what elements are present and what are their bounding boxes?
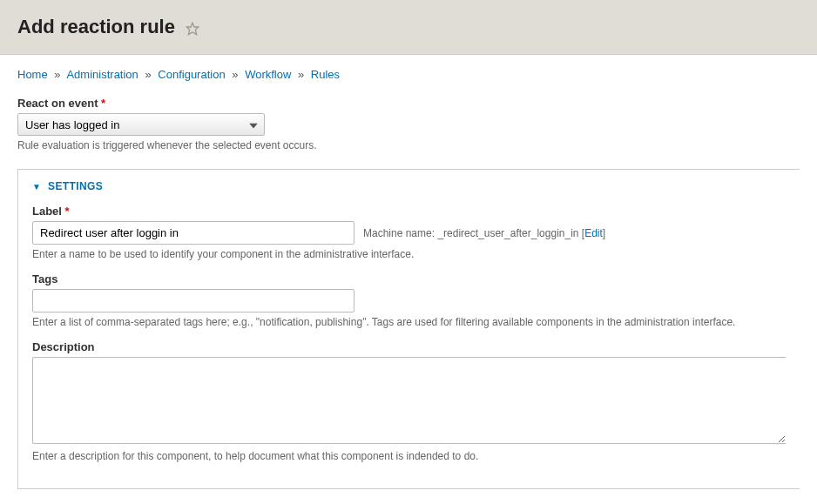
tags-input[interactable] bbox=[32, 289, 354, 312]
description-help: Enter a description for this component, … bbox=[32, 450, 786, 462]
event-help: Rule evaluation is triggered whenever th… bbox=[17, 139, 800, 151]
breadcrumb-separator: » bbox=[232, 68, 238, 81]
description-field-label: Description bbox=[32, 340, 786, 353]
breadcrumb-administration[interactable]: Administration bbox=[66, 68, 138, 81]
event-field: React on event * User has logged in Rule… bbox=[17, 97, 800, 151]
event-select[interactable]: User has logged in bbox=[17, 113, 265, 136]
description-field: Description Enter a description for this… bbox=[32, 340, 786, 462]
label-field-label-text: Label bbox=[32, 205, 62, 218]
svg-marker-0 bbox=[186, 23, 198, 34]
settings-fieldset: ▼ SETTINGS Label * Machine name: _redire… bbox=[17, 169, 800, 489]
machine-name-display: Machine name: _redirect_user_after_loggi… bbox=[363, 227, 605, 239]
label-field-label: Label * bbox=[32, 205, 786, 218]
machine-name-prefix: Machine name: bbox=[363, 227, 435, 239]
label-input[interactable] bbox=[32, 221, 354, 245]
star-icon[interactable] bbox=[186, 22, 199, 38]
event-label: React on event * bbox=[17, 97, 800, 110]
breadcrumb-separator: » bbox=[54, 68, 60, 81]
tags-field-label: Tags bbox=[32, 272, 786, 286]
breadcrumb-home[interactable]: Home bbox=[17, 68, 48, 81]
breadcrumb-separator: » bbox=[145, 68, 151, 81]
machine-name-value: _redirect_user_after_loggin_in bbox=[437, 227, 578, 239]
breadcrumb-configuration[interactable]: Configuration bbox=[158, 68, 225, 81]
page-header: Add reaction rule bbox=[0, 0, 817, 55]
page-title: Add reaction rule bbox=[17, 16, 175, 38]
required-marker: * bbox=[101, 97, 105, 110]
breadcrumb-rules[interactable]: Rules bbox=[311, 68, 340, 81]
required-marker: * bbox=[65, 205, 70, 218]
tags-field: Tags Enter a list of comma-separated tag… bbox=[32, 272, 786, 328]
description-textarea[interactable] bbox=[32, 357, 786, 444]
breadcrumb-workflow[interactable]: Workflow bbox=[245, 68, 291, 81]
settings-legend-text: SETTINGS bbox=[48, 180, 103, 192]
settings-legend[interactable]: ▼ SETTINGS bbox=[18, 170, 800, 198]
event-label-text: React on event bbox=[17, 97, 98, 110]
breadcrumb: Home » Administration » Configuration » … bbox=[17, 68, 800, 81]
breadcrumb-separator: » bbox=[298, 68, 304, 81]
label-help: Enter a name to be used to identify your… bbox=[32, 248, 786, 260]
label-field: Label * Machine name: _redirect_user_aft… bbox=[32, 205, 786, 260]
machine-name-edit-link[interactable]: Edit bbox=[584, 227, 603, 239]
caret-down-icon: ▼ bbox=[32, 182, 41, 192]
tags-help: Enter a list of comma-separated tags her… bbox=[32, 316, 786, 328]
